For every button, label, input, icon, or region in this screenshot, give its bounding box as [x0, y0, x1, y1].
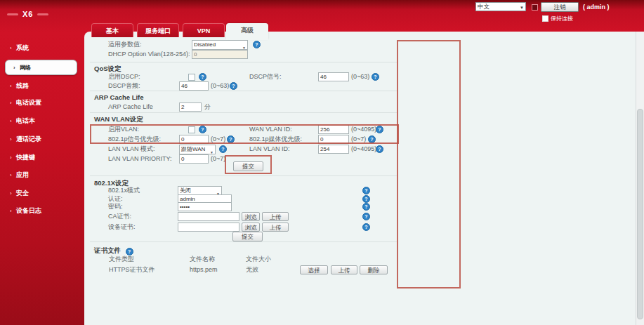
enable-vlan-checkbox[interactable] — [188, 126, 195, 133]
dscp-signal-input[interactable] — [318, 72, 349, 81]
sig-priority-range: (0~7) — [211, 135, 225, 144]
admin-label: ( admin ) — [583, 4, 610, 11]
sig-priority-input[interactable] — [179, 135, 209, 144]
wan-vlan-id-input[interactable] — [318, 125, 349, 134]
apply-param-label: 适用参数值: — [108, 40, 142, 49]
lan-vlan-mode-select[interactable]: 跟随WAN▼ — [179, 145, 216, 154]
cert-select-button[interactable]: 选择 — [300, 265, 328, 274]
arp-input[interactable] — [179, 102, 202, 112]
sidebar-item-security[interactable]: ›安全 — [0, 189, 77, 198]
cell-file-size: 无效 — [246, 265, 258, 274]
scrollbar[interactable] — [636, 32, 644, 325]
cert-delete-button[interactable]: 删除 — [360, 265, 388, 274]
help-icon[interactable]: ? — [362, 187, 370, 194]
help-icon[interactable]: ? — [362, 213, 370, 220]
cell-file-name: https.pem — [190, 265, 218, 274]
wan-vlan-submit-button[interactable]: 提交 — [233, 161, 263, 171]
lan-vlan-id-input[interactable] — [318, 145, 349, 154]
logo: X6 — [7, 10, 48, 18]
sidebar-item-device-log[interactable]: ›设备日志 — [0, 206, 77, 215]
ca-cert-label: CA证书: — [108, 212, 131, 221]
device-cert-input[interactable] — [178, 223, 239, 232]
help-icon[interactable]: ? — [376, 126, 383, 133]
wan-vlan-row-3: LAN VLAN 模式: 跟随WAN▼ ? LAN VLAN ID: (0~40… — [84, 145, 478, 154]
media-priority-range: (0~7) — [351, 135, 366, 144]
sidebar-item-phonebook[interactable]: ›电话本 — [0, 117, 77, 126]
media-priority-input[interactable] — [318, 135, 349, 144]
arp-section-title: ARP Cache Life — [94, 93, 144, 101]
sidebar-item-function-key[interactable]: ›快捷键 — [0, 153, 77, 162]
help-icon[interactable]: ? — [368, 135, 376, 143]
help-icon[interactable]: ? — [362, 223, 370, 231]
logo-dash-left — [7, 13, 18, 15]
ca-upload-button[interactable]: 上传 — [262, 212, 289, 221]
certs-data-row: HTTPS证书文件 https.pem 无效 选择 上传 删除 — [84, 265, 478, 275]
sig-priority-label: 802.1p信号优先级: — [108, 135, 161, 144]
sidebar-item-network[interactable]: ›网络 — [5, 60, 77, 75]
language-select[interactable]: 中文 ▼ — [475, 2, 526, 11]
dhcp-option-input[interactable] — [192, 50, 248, 59]
divider — [90, 241, 397, 242]
sidebar-item-phone-settings[interactable]: ›电话设置 — [0, 98, 77, 107]
sidebar-item-system[interactable]: ›系统 — [0, 44, 77, 53]
lan-vlan-priority-label: LAN VLAN PRIORITY: — [108, 154, 172, 164]
help-icon[interactable]: ? — [199, 126, 206, 133]
ca-cert-input[interactable] — [178, 212, 239, 221]
dhcp-option-label: DHCP Option Vlan(128-254): — [108, 50, 190, 59]
caret-icon: › — [10, 206, 12, 215]
tab-vpn[interactable]: VPN — [183, 23, 225, 37]
arp-unit: 分 — [204, 102, 211, 112]
scrollbar-thumb[interactable] — [637, 109, 643, 319]
keep-alive-row: 保持连接 — [542, 15, 573, 22]
help-icon[interactable]: ? — [376, 145, 383, 153]
caret-icon: › — [10, 44, 12, 53]
keep-alive-checkbox[interactable] — [542, 15, 548, 22]
device-upload-button[interactable]: 上传 — [262, 223, 289, 232]
wan-vlan-row-1: 启用VLAN: ? WAN VLAN ID: (0~4095) ? — [84, 125, 478, 135]
sidebar-item-application[interactable]: ›应用 — [0, 171, 77, 180]
qos-row-2: DSCP音频: (0~63) ? — [84, 81, 478, 91]
col-file-size: 文件大小 — [246, 255, 271, 264]
divider — [90, 112, 397, 113]
apply-param-select[interactable]: Disabled▼ — [192, 40, 248, 50]
enable-dscp-checkbox[interactable] — [188, 74, 195, 81]
tab-basic[interactable]: 基本 — [91, 23, 133, 37]
sidebar-item-call-log[interactable]: ›通话记录 — [0, 135, 77, 144]
logout-button[interactable]: 注销 — [541, 2, 579, 12]
arp-label: ARP Cache Life — [108, 102, 153, 112]
cert-upload-button[interactable]: 上传 — [331, 265, 357, 274]
topbar: 中文 ▼ 注销 ( admin ) 保持连接 — [475, 2, 637, 23]
caret-icon: › — [10, 81, 12, 91]
sidebar-item-line[interactable]: ›线路 — [0, 81, 77, 91]
device-browse-button[interactable]: 浏览 — [242, 223, 260, 232]
password-input[interactable] — [178, 202, 232, 211]
certs-header-row: 文件类型 文件名称 文件大小 — [84, 255, 478, 265]
dscp-signal-range: (0~63) — [351, 72, 369, 81]
ca-browse-button[interactable]: 浏览 — [242, 212, 260, 221]
dscp-audio-range: (0~63) — [211, 81, 229, 91]
lan-vlan-mode-label: LAN VLAN 模式: — [108, 145, 155, 154]
help-icon[interactable]: ? — [253, 41, 261, 48]
help-icon[interactable]: ? — [372, 73, 379, 81]
help-icon[interactable]: ? — [230, 82, 237, 90]
caret-icon: › — [10, 171, 12, 180]
caret-icon: › — [10, 153, 12, 162]
cell-file-type: HTTPS证书文件 — [109, 265, 155, 274]
sidebar: ›系统 ›网络 ›线路 ›电话设置 ›电话本 ›通话记录 ›快捷键 ›应用 ›安… — [0, 32, 77, 325]
tab-service-port[interactable]: 服务端口 — [137, 23, 179, 37]
logo-dash-right — [37, 13, 48, 15]
caret-icon: › — [10, 135, 12, 144]
help-icon[interactable]: ? — [362, 203, 370, 211]
lan-vlan-priority-input[interactable] — [179, 154, 209, 164]
help-icon[interactable]: ? — [227, 135, 235, 143]
apply-param-row: 适用参数值: Disabled▼ ? — [84, 40, 478, 50]
help-icon[interactable]: ? — [219, 145, 227, 153]
dot1x-submit-button[interactable]: 提交 — [232, 232, 263, 241]
help-icon[interactable]: ? — [199, 73, 206, 81]
caret-icon: › — [10, 117, 12, 126]
dscp-audio-input[interactable] — [179, 81, 209, 91]
tab-advanced[interactable]: 高级 — [226, 23, 268, 40]
arp-row: ARP Cache Life 分 — [84, 102, 478, 112]
dot1x-password-row: 密码: ? — [84, 202, 478, 212]
qos-row-1: 启用DSCP: ? DSCP信号: (0~63) ? — [84, 72, 478, 82]
